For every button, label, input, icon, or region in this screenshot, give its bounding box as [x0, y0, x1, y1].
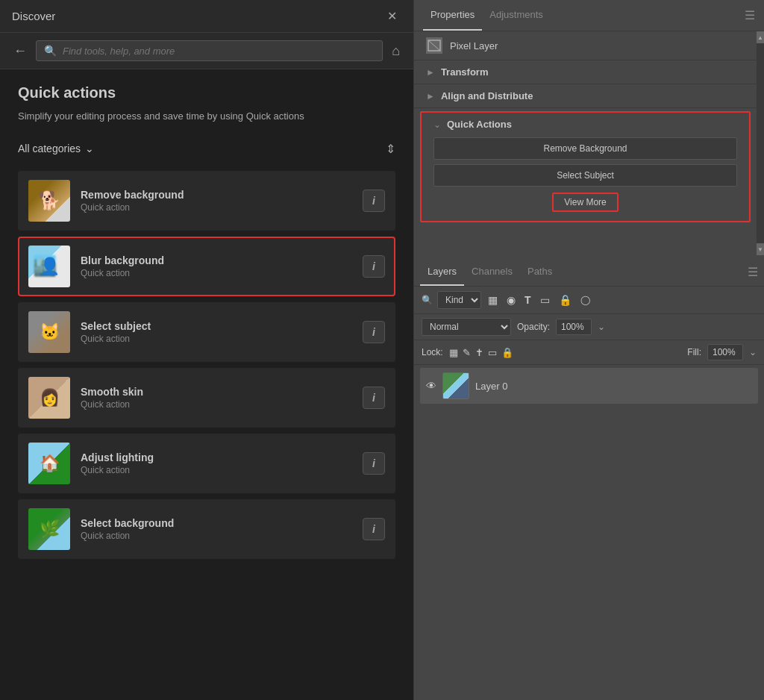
action-info-smooth-skin: Smooth skin Quick action: [81, 386, 352, 410]
quick-actions-title: Quick Actions: [447, 119, 512, 130]
action-thumb-adjust-lighting: 🏠: [28, 443, 70, 484]
action-info-blur-background: Blur background Quick action: [81, 254, 352, 278]
align-distribute-section[interactable]: ► Align and Distribute: [414, 84, 757, 108]
back-button[interactable]: ←: [12, 42, 28, 60]
action-info-adjust-lighting: Adjust lighting Quick action: [81, 451, 352, 475]
transform-section[interactable]: ► Transform: [414, 60, 757, 84]
action-name-remove-background: Remove background: [81, 189, 352, 201]
layers-list: 👁 Layer 0: [414, 365, 764, 700]
action-thumb-select-subject: 🐱: [28, 311, 70, 353]
action-item-select-subject[interactable]: 🐱 Select subject Quick action i: [18, 302, 395, 362]
search-icon-layers: 🔍: [422, 295, 433, 305]
thumb-smooth-skin-image: 👩: [28, 377, 70, 419]
remove-background-button[interactable]: Remove Background: [433, 137, 737, 160]
quick-actions-section: ⌄ Quick Actions Remove Background Select…: [420, 111, 751, 222]
opacity-input[interactable]: [556, 319, 592, 335]
thumb-remove-bg-image: 🐕: [28, 180, 70, 222]
shape-icon[interactable]: ▭: [538, 293, 552, 307]
action-name-select-background: Select background: [81, 517, 352, 529]
discover-content: Quick actions Simplify your editing proc…: [0, 69, 413, 700]
lock-label: Lock:: [422, 347, 443, 357]
lock-icon[interactable]: 🔒: [557, 293, 574, 307]
action-item-blur-background[interactable]: 🏙️ 👤 Blur background Quick action i: [18, 237, 395, 296]
scroll-down-icon[interactable]: ▼: [757, 243, 764, 255]
discover-search-bar: ← 🔍 ⌂: [0, 33, 413, 69]
lock-paint-icon[interactable]: ✎: [463, 347, 471, 358]
search-input[interactable]: [63, 46, 375, 57]
thumb-select-subject-image: 🐱: [28, 311, 70, 353]
circle-icon[interactable]: ◯: [578, 293, 592, 307]
layers-tabs: Layers Channels Paths ☰: [414, 258, 764, 287]
discover-title: Discover: [12, 10, 55, 22]
scroll-up-icon[interactable]: ▲: [757, 31, 764, 43]
action-info-remove-background: Remove background Quick action: [81, 189, 352, 213]
lock-transparency-icon[interactable]: ▦: [449, 347, 458, 358]
fill-input[interactable]: [707, 344, 743, 360]
view-more-button[interactable]: View More: [552, 193, 618, 212]
action-item-remove-background[interactable]: 🐕 Remove background Quick action i: [18, 171, 395, 231]
home-button[interactable]: ⌂: [390, 42, 401, 60]
tab-paths[interactable]: Paths: [520, 258, 560, 286]
action-name-select-subject: Select subject: [81, 320, 352, 332]
tab-channels[interactable]: Channels: [464, 258, 520, 286]
discover-header: Discover ✕: [0, 0, 413, 33]
layer-item-0[interactable]: 👁 Layer 0: [420, 368, 758, 404]
sort-icon[interactable]: ⇕: [386, 142, 395, 156]
thumb-adjust-lighting-image: 🏠: [28, 443, 70, 484]
action-name-blur-background: Blur background: [81, 254, 352, 266]
info-button-select-subject[interactable]: i: [363, 321, 385, 343]
pixel-icon[interactable]: ▦: [486, 293, 500, 307]
action-list: 🐕 Remove background Quick action i 🏙️ 👤: [18, 171, 395, 559]
tab-layers[interactable]: Layers: [420, 258, 464, 286]
blending-mode-select[interactable]: Normal: [422, 318, 511, 336]
qa-chevron-icon: ⌄: [433, 119, 441, 130]
lock-move-icon[interactable]: ✝: [475, 347, 483, 358]
search-icon: 🔍: [44, 45, 57, 57]
kind-select[interactable]: Kind: [437, 291, 481, 309]
opacity-dropdown-icon[interactable]: ⌄: [598, 322, 605, 332]
action-type-adjust-lighting: Quick action: [81, 465, 352, 475]
text-icon[interactable]: T: [522, 293, 533, 307]
layer-visibility-icon[interactable]: 👁: [426, 380, 436, 392]
info-button-blur-background[interactable]: i: [363, 255, 385, 278]
layer-name-0: Layer 0: [475, 381, 507, 392]
panel-menu-icon[interactable]: ☰: [745, 8, 755, 22]
layers-panel-menu-icon[interactable]: ☰: [748, 265, 758, 279]
fill-dropdown-icon[interactable]: ⌄: [749, 347, 757, 357]
action-thumb-smooth-skin: 👩: [28, 377, 70, 419]
quick-actions-header[interactable]: ⌄ Quick Actions: [433, 119, 737, 130]
info-button-smooth-skin[interactable]: i: [363, 387, 385, 409]
info-button-adjust-lighting[interactable]: i: [363, 452, 385, 475]
category-dropdown[interactable]: All categories ⌄: [18, 143, 94, 154]
section-title: Quick actions: [18, 84, 395, 101]
chevron-down-icon: ⌄: [85, 143, 94, 154]
blending-row: Normal Opacity: ⌄: [414, 314, 764, 340]
action-info-select-background: Select background Quick action: [81, 517, 352, 541]
lock-artboard-icon[interactable]: ▭: [488, 347, 497, 358]
info-button-remove-background[interactable]: i: [363, 190, 385, 212]
pixel-layer-icon: [426, 37, 442, 54]
thumb-blur-bg-image: 🏙️ 👤: [28, 246, 70, 287]
action-thumb-blur-background: 🏙️ 👤: [28, 246, 70, 287]
properties-scrollbar[interactable]: ▲ ▼: [757, 31, 764, 255]
lock-all-icon[interactable]: 🔒: [501, 347, 513, 358]
layer-thumbnail: [442, 372, 469, 399]
action-item-select-background[interactable]: 🌿 Select background Quick action i: [18, 499, 395, 559]
action-name-smooth-skin: Smooth skin: [81, 386, 352, 398]
transform-title: Transform: [441, 66, 489, 78]
action-thumb-select-background: 🌿: [28, 508, 70, 550]
tab-properties[interactable]: Properties: [423, 0, 482, 31]
info-button-select-background[interactable]: i: [363, 518, 385, 540]
adjustment-icon[interactable]: ◉: [504, 293, 518, 307]
section-description: Simplify your editing process and save t…: [18, 109, 395, 124]
action-item-smooth-skin[interactable]: 👩 Smooth skin Quick action i: [18, 368, 395, 428]
tab-adjustments[interactable]: Adjustments: [482, 0, 551, 31]
action-item-adjust-lighting[interactable]: 🏠 Adjust lighting Quick action i: [18, 434, 395, 493]
select-subject-button[interactable]: Select Subject: [433, 164, 737, 187]
discover-close-button[interactable]: ✕: [383, 7, 401, 25]
action-type-select-background: Quick action: [81, 531, 352, 541]
fill-label: Fill:: [687, 347, 701, 357]
discover-panel: Discover ✕ ← 🔍 ⌂ Quick actions Simplify …: [0, 0, 414, 700]
category-label: All categories: [18, 143, 81, 154]
search-input-wrapper: 🔍: [36, 40, 383, 61]
